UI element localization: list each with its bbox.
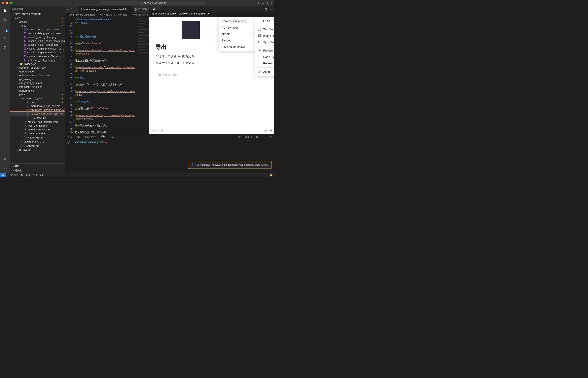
sidebar-section[interactable]: ›大纲 bbox=[10, 164, 65, 168]
file-item[interactable]: ⬇markdown_preview_enhanced....M bbox=[10, 112, 65, 116]
file-item[interactable]: 🖼vscode_plugin_markdown_preview_e... bbox=[10, 51, 65, 54]
folder-item[interactable]: ⌄markdown● bbox=[10, 100, 65, 104]
folder-item[interactable]: ⌄src● bbox=[10, 16, 65, 20]
status-bell[interactable]: 🔔 bbox=[270, 174, 273, 176]
file-item[interactable]: 🖼vscode_install_paste_image.jpg bbox=[10, 39, 65, 43]
folder-item[interactable]: ›debug_code bbox=[10, 70, 65, 73]
folder-item[interactable]: ⌄common_plugins● bbox=[10, 96, 65, 100]
file-item[interactable]: 🖼vscode_debug_python_view.png bbox=[10, 31, 65, 35]
git-branch[interactable]: ᚶ master* bbox=[8, 174, 18, 176]
layout-sidebar-left-icon[interactable]: ◧ bbox=[258, 1, 260, 4]
link-icon[interactable]: 🔗 bbox=[264, 129, 268, 132]
status-ports[interactable]: ⚲ 0 bbox=[40, 174, 43, 176]
preview-tab[interactable]: ▤ Preview markdown_preview_enhanced.md ✕ bbox=[149, 10, 212, 17]
command-center[interactable]: ⌕ best_editor_vscode bbox=[101, 0, 206, 5]
close-icon[interactable]: ✕ bbox=[270, 135, 272, 138]
close-window[interactable] bbox=[2, 2, 4, 4]
panel-tab[interactable]: 调试控制台 bbox=[85, 135, 97, 139]
menu-item[interactable]: Save as Markdown bbox=[219, 44, 255, 50]
folder-item[interactable]: ›git_manage bbox=[10, 77, 65, 81]
file-item[interactable]: 🖼vscode_plugin_markdown_all_in_one... bbox=[10, 47, 65, 51]
menu-item[interactable]: eBook› bbox=[219, 31, 255, 37]
file-item[interactable]: ⓘREADME.md bbox=[10, 135, 65, 140]
folder-item[interactable]: ›performance bbox=[10, 89, 65, 93]
file-item[interactable]: ⓘREADME.md bbox=[10, 116, 65, 120]
file-item[interactable]: ⓘREADME.md bbox=[10, 144, 65, 148]
nav-back-icon[interactable]: ← bbox=[89, 1, 91, 4]
menu-icon[interactable]: ☰ bbox=[269, 129, 272, 132]
menu-item[interactable]: ⓘAbout› bbox=[255, 68, 274, 75]
remote-button[interactable]: ⇌ bbox=[0, 173, 6, 177]
file-item[interactable]: 🖼vscode_preference_file_icon_theme.... bbox=[10, 54, 65, 58]
git-sync[interactable]: ↻ bbox=[21, 174, 23, 176]
folder-item[interactable]: ⌄plugin● bbox=[10, 93, 65, 96]
editor-tab[interactable]: ⬇markdown_preview_enhanced.mdM✕ bbox=[79, 6, 133, 13]
menu-item[interactable]: 👁Preview Theme› bbox=[255, 47, 274, 54]
file-item[interactable]: ⬇paste_image.md bbox=[10, 131, 65, 135]
menu-item[interactable]: ↻Sync Source bbox=[255, 39, 274, 45]
terminal-shell-icon[interactable]: ▯ zsh bbox=[243, 135, 249, 138]
sidebar-section[interactable]: ›时间线 bbox=[10, 168, 65, 173]
explorer-root[interactable]: ⌄ BEST_EDITOR_VSCODE bbox=[10, 12, 65, 16]
more-icon[interactable]: ⋯ bbox=[261, 135, 263, 138]
layout-sidebar-right-icon[interactable]: ◨ bbox=[266, 1, 268, 4]
file-item[interactable]: 🖼vscode_icons_effect.png bbox=[10, 35, 65, 39]
close-icon[interactable]: ✕ bbox=[128, 8, 131, 11]
minimize-window[interactable] bbox=[6, 2, 8, 4]
chevron-up-icon[interactable]: ⌃ bbox=[266, 135, 268, 138]
minimap[interactable] bbox=[137, 17, 149, 134]
more-icon[interactable]: ⋯ bbox=[269, 8, 272, 11]
terminal-body[interactable]: ◯ → best_editor_vscode git:(master) ⓘ Fi… bbox=[65, 140, 274, 173]
panel-tab[interactable]: 端口 bbox=[110, 135, 115, 139]
breadcrumb-item[interactable]: ### 导出 bbox=[118, 13, 128, 17]
panel-tab[interactable]: 终端 bbox=[101, 135, 106, 139]
file-item[interactable]: 🖼welcome_click_php.png bbox=[10, 58, 65, 62]
folder-item[interactable]: ›intelligent_functions bbox=[10, 85, 65, 89]
menu-item[interactable]: Code Block Theme› bbox=[255, 54, 274, 60]
panel-tab[interactable]: 输出 bbox=[76, 135, 81, 139]
file-item[interactable]: <>markdown_preview_enhanced.html bbox=[10, 108, 65, 112]
activity-search[interactable] bbox=[2, 17, 8, 23]
code-editor[interactable]: 21222324252627282930 31323334 3536373839… bbox=[65, 17, 149, 134]
activity-settings[interactable] bbox=[2, 165, 8, 171]
split-icon[interactable]: ◫ bbox=[251, 135, 253, 138]
status-warnings[interactable]: ⚠ 0 bbox=[33, 174, 37, 176]
trash-icon[interactable]: 🗑 bbox=[256, 135, 258, 138]
more-icon[interactable]: ⋯ bbox=[60, 7, 63, 10]
folder-item[interactable]: ›integrated_terminal bbox=[10, 81, 65, 85]
folder-item[interactable]: ›editor_common_functions bbox=[10, 73, 65, 77]
file-item[interactable]: ⭐favicon.ico bbox=[10, 62, 65, 66]
activity-extensions[interactable] bbox=[2, 45, 8, 50]
breadcrumb-item[interactable]: #### 离线网页 bbox=[133, 13, 149, 17]
file-item[interactable]: ⬇bracket_pair_colorizer.md bbox=[10, 120, 65, 124]
editor-tab[interactable]: ⬇E.md bbox=[65, 6, 79, 13]
breadcrumb-item[interactable]: own Preview Enhanced bbox=[69, 14, 94, 16]
activity-scm[interactable]: 5 bbox=[2, 26, 8, 32]
menu-item[interactable]: ⛶Zen Mode bbox=[255, 26, 274, 33]
menu-item[interactable]: 🖼Image Helper bbox=[255, 33, 274, 39]
folder-item[interactable]: ›common_shortcut_key bbox=[10, 66, 65, 70]
file-item[interactable]: ⬇icon_themes.md bbox=[10, 124, 65, 128]
file-item[interactable]: ⬇markdown_all_in_one.md bbox=[10, 104, 65, 108]
maximize-window[interactable] bbox=[10, 2, 13, 4]
close-icon[interactable]: ✕ bbox=[207, 12, 210, 15]
menu-item[interactable]: HTML (cdn hosted) bbox=[255, 18, 274, 24]
menu-item[interactable]: PDF (Prince) bbox=[219, 24, 255, 31]
nav-forward-icon[interactable]: → bbox=[95, 1, 97, 4]
activity-run[interactable] bbox=[2, 35, 8, 41]
menu-item[interactable]: Pandoc bbox=[219, 37, 255, 44]
code-content[interactable]: # Markdown Preview Enhanced## 各种功能 ### 通… bbox=[75, 17, 137, 134]
folder-item[interactable]: ›ui_layout bbox=[10, 148, 65, 152]
file-item[interactable]: 🖼vscode_install_python.jpg bbox=[10, 43, 65, 47]
activity-account[interactable] bbox=[2, 156, 8, 162]
file-item[interactable]: ⬇plugin_market.md bbox=[10, 140, 65, 144]
layout-panel-icon[interactable]: ▭ bbox=[262, 1, 264, 4]
breadcrumb-item[interactable]: ## 各种功能 bbox=[100, 13, 113, 17]
activity-explorer[interactable] bbox=[2, 8, 8, 13]
menu-item[interactable]: Reveal.js Theme› bbox=[255, 60, 274, 67]
file-item[interactable]: 🖼vscode_current_icon_theme_seti.png bbox=[10, 27, 65, 31]
file-item[interactable]: ⬇indent_rainbow.md bbox=[10, 128, 65, 131]
notification-toast[interactable]: ⓘ File markdown_preview_enhanced.html wa… bbox=[188, 161, 272, 169]
status-errors[interactable]: ⊗ 0 bbox=[26, 174, 30, 176]
split-editor-icon[interactable]: ◫ bbox=[264, 8, 267, 11]
